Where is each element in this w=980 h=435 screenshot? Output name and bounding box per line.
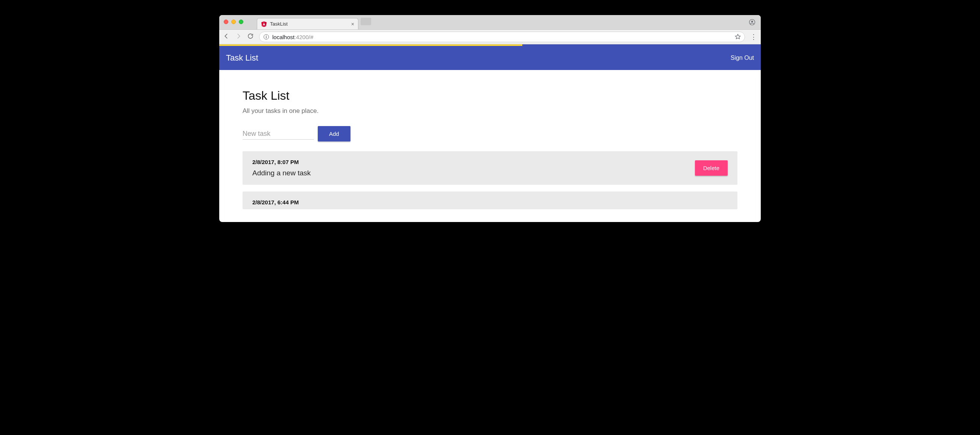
nav-buttons [223,33,254,41]
back-button[interactable] [223,33,230,41]
reload-button[interactable] [247,33,254,41]
close-window-icon[interactable] [224,19,228,24]
delete-button[interactable]: Delete [695,160,728,176]
svg-point-4 [751,21,753,22]
bookmark-icon[interactable] [735,33,741,41]
task-row: 2/8/2017, 6:44 PM [243,191,737,209]
task-card: Task List All your tasks in one place. A… [224,78,756,222]
app-header: Task List Sign Out [219,46,761,70]
maximize-window-icon[interactable] [239,19,243,24]
new-tab-button[interactable] [361,18,371,25]
url-port-path: :4200/# [294,34,313,40]
loading-bar [219,45,761,46]
app-title: Task List [226,53,258,63]
task-timestamp: 2/8/2017, 6:44 PM [252,199,728,206]
url-text: localhost:4200/# [272,34,313,40]
page-title: Task List [243,89,737,103]
page-subtitle: All your tasks in one place. [243,107,737,115]
task-row: 2/8/2017, 8:07 PM Adding a new task Dele… [243,151,737,185]
content-area: Task List All your tasks in one place. A… [219,70,761,222]
url-input[interactable]: i localhost:4200/# [259,32,745,42]
window-controls [224,19,243,24]
task-text: Adding a new task [252,169,695,177]
close-tab-icon[interactable]: × [351,21,354,27]
task-meta: 2/8/2017, 6:44 PM [252,199,728,209]
browser-window: TaskList × i localhost:4200/# ⋮ [219,15,761,222]
browser-address-bar: i localhost:4200/# ⋮ [219,29,761,45]
add-button[interactable]: Add [318,126,350,142]
minimize-window-icon[interactable] [231,19,236,24]
tab-title: TaskList [270,21,288,27]
task-timestamp: 2/8/2017, 8:07 PM [252,159,695,165]
browser-tabbar: TaskList × [219,15,761,29]
svg-marker-5 [735,34,740,39]
new-task-input[interactable] [243,128,314,140]
site-info-icon[interactable]: i [263,34,269,40]
task-meta: 2/8/2017, 8:07 PM Adding a new task [252,159,695,177]
profile-icon[interactable] [749,19,756,25]
sign-out-link[interactable]: Sign Out [731,54,754,61]
angular-icon [261,21,267,27]
add-task-row: Add [243,126,737,142]
browser-tab[interactable]: TaskList × [257,18,358,29]
browser-menu-icon[interactable]: ⋮ [750,33,757,40]
url-host: localhost [272,34,294,40]
forward-button [235,33,242,41]
loading-bar-fill [219,45,522,46]
